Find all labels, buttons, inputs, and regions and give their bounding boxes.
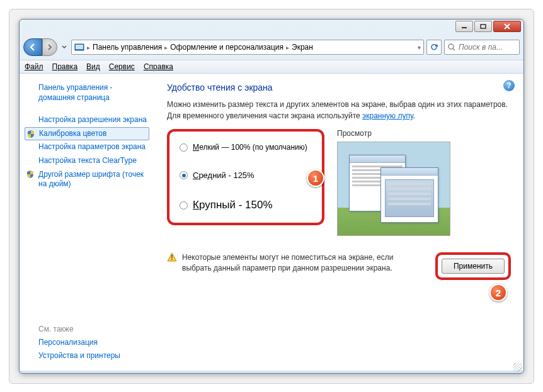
breadcrumb-sep-icon: ▸: [286, 44, 289, 51]
radio-medium[interactable]: Средний - 125%: [180, 171, 312, 180]
breadcrumb-leaf[interactable]: Экран: [292, 43, 313, 52]
sidebar-item-label: Калибровка цветов: [39, 129, 106, 138]
resize-grip[interactable]: [513, 363, 522, 372]
see-also-heading: См. также: [25, 325, 149, 333]
address-row: ▸ Панель управления ▸ Оформление и персо…: [20, 37, 523, 60]
menu-edit[interactable]: Правка: [52, 62, 78, 71]
breadcrumb-sep-icon: ▸: [87, 44, 90, 51]
radio-icon: [180, 171, 188, 179]
svg-rect-3: [76, 45, 83, 49]
maximize-button[interactable]: [474, 21, 492, 32]
sidebar-see-also: См. также Персонализация Устройства и пр…: [25, 318, 149, 363]
sidebar-item-resolution[interactable]: Настройка разрешения экрана: [25, 113, 149, 127]
menu-file[interactable]: Файл: [25, 62, 43, 71]
preview-column: Просмотр: [337, 129, 511, 236]
search-icon: [447, 43, 456, 52]
search-input[interactable]: [459, 43, 517, 52]
preview-box: [337, 142, 450, 236]
see-also-personalization[interactable]: Персонализация: [25, 336, 149, 350]
menu-help[interactable]: Справка: [144, 62, 173, 71]
preview-label: Просмотр: [337, 129, 511, 138]
radio-group-highlight: Мелкий — 100% (по умолчанию) Средний - 1…: [167, 129, 324, 225]
shield-icon: [26, 170, 35, 179]
explorer-window: ▸ Панель управления ▸ Оформление и персо…: [19, 19, 524, 374]
page-title: Удобство чтения с экрана: [167, 82, 511, 92]
radio-small[interactable]: Мелкий — 100% (по умолчанию): [180, 143, 312, 152]
sidebar: Панель управления - домашняя страница На…: [20, 74, 154, 371]
breadcrumb-mid[interactable]: Оформление и персонализация: [170, 43, 283, 52]
menu-tools[interactable]: Сервис: [109, 62, 135, 71]
search-box[interactable]: [444, 40, 520, 55]
sidebar-item-label: Другой размер шрифта (точек на дюйм): [38, 170, 144, 189]
sidebar-item-dpi[interactable]: Другой размер шрифта (точек на дюйм): [25, 168, 149, 191]
annotation-badge-2: 2: [489, 284, 507, 301]
options-row: Мелкий — 100% (по умолчанию) Средний - 1…: [167, 129, 511, 236]
minimize-button[interactable]: [455, 21, 473, 32]
menu-view[interactable]: Вид: [86, 62, 100, 71]
help-icon[interactable]: ?: [503, 80, 515, 91]
nav-history-dropdown[interactable]: [60, 38, 69, 56]
sidebar-home[interactable]: Панель управления - домашняя страница: [25, 81, 149, 104]
warning-icon: !: [167, 252, 177, 262]
sidebar-item-display-params[interactable]: Настройка параметров экрана: [25, 140, 149, 154]
warning-row: ! Некоторые элементы могут не поместитьс…: [167, 252, 511, 280]
radio-icon: [180, 143, 188, 152]
svg-point-4: [449, 44, 454, 49]
close-button[interactable]: [493, 21, 521, 32]
svg-text:!: !: [171, 254, 173, 261]
forward-button[interactable]: [42, 38, 57, 56]
radio-large[interactable]: Крупный - 150%: [180, 199, 312, 211]
see-also-devices[interactable]: Устройства и принтеры: [25, 349, 149, 363]
shield-icon: [26, 130, 35, 138]
apply-button[interactable]: Применить: [442, 259, 505, 274]
preview-window-2: [380, 167, 438, 223]
annotation-badge-1: 1: [307, 169, 324, 187]
warning-text: Некоторые элементы могут не поместиться …: [182, 252, 430, 274]
sidebar-item-calibration[interactable]: Калибровка цветов: [25, 127, 149, 141]
main-panel: ? Удобство чтения с экрана Можно изменит…: [154, 74, 523, 371]
content: Панель управления - домашняя страница На…: [20, 74, 523, 371]
refresh-button[interactable]: [426, 40, 442, 55]
magnifier-link[interactable]: экранную лупу: [362, 111, 413, 120]
nav-buttons: [23, 38, 57, 56]
titlebar: [20, 20, 523, 37]
address-dropdown-icon[interactable]: ▾: [418, 44, 421, 51]
address-bar[interactable]: ▸ Панель управления ▸ Оформление и персо…: [71, 40, 424, 55]
page-description: Можно изменить размер текста и других эл…: [167, 99, 511, 121]
svg-rect-1: [481, 25, 486, 28]
breadcrumb-sep-icon: ▸: [164, 44, 168, 51]
radio-icon: [180, 201, 188, 210]
back-button[interactable]: [23, 38, 42, 56]
svg-line-5: [453, 48, 455, 50]
sidebar-item-cleartype[interactable]: Настройка текста ClearType: [25, 154, 149, 168]
breadcrumb-root[interactable]: Панель управления: [93, 43, 162, 52]
menu-bar: Файл Правка Вид Сервис Справка: [20, 60, 523, 74]
apply-highlight: Применить: [435, 252, 511, 280]
control-panel-icon: [74, 42, 84, 52]
